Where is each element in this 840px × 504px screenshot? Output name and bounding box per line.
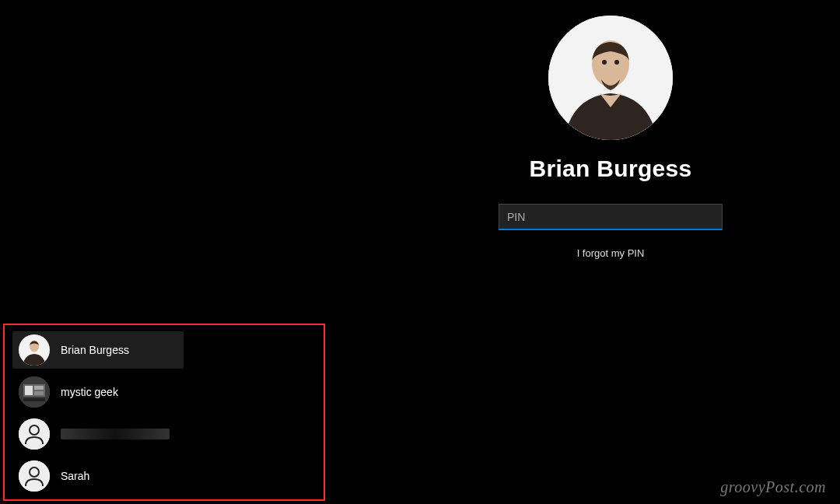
forgot-pin-link[interactable]: I forgot my PIN xyxy=(577,247,645,259)
user-photo-icon xyxy=(19,334,50,366)
avatar xyxy=(19,460,50,492)
user-option-brian-burgess[interactable]: Brian Burgess xyxy=(12,331,184,369)
login-panel: Brian Burgess I forgot my PIN xyxy=(474,16,747,259)
svg-rect-9 xyxy=(34,386,44,390)
user-label: mystic geek xyxy=(61,386,118,398)
person-icon xyxy=(19,418,50,450)
user-label: Sarah xyxy=(61,470,89,482)
user-option-sarah[interactable]: Sarah xyxy=(12,457,184,495)
svg-rect-11 xyxy=(23,398,45,401)
user-option-redacted[interactable] xyxy=(12,415,184,453)
svg-point-3 xyxy=(614,60,619,65)
user-label: Brian Burgess xyxy=(61,344,129,356)
user-photo-icon xyxy=(548,16,673,140)
svg-point-2 xyxy=(602,60,607,65)
avatar xyxy=(548,16,673,140)
pin-input[interactable] xyxy=(499,204,723,230)
avatar xyxy=(19,376,50,408)
svg-rect-10 xyxy=(34,391,44,395)
user-switcher-panel: Brian Burgess mystic geek xyxy=(3,324,325,501)
svg-rect-8 xyxy=(25,386,33,395)
avatar xyxy=(19,334,50,366)
person-icon xyxy=(19,460,50,492)
user-photo-icon xyxy=(19,376,50,408)
user-label xyxy=(61,429,170,439)
watermark: groovyPost.com xyxy=(720,478,826,496)
user-option-mystic-geek[interactable]: mystic geek xyxy=(12,373,184,411)
selected-user-name: Brian Burgess xyxy=(530,156,692,182)
avatar xyxy=(19,418,50,450)
